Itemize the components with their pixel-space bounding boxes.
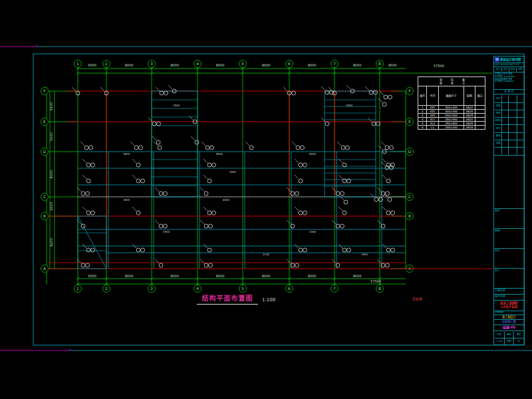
- member-tag-circle: [303, 248, 307, 252]
- sign-table-cell: [509, 95, 517, 102]
- member-tag-circle: [204, 192, 208, 196]
- title-block-header-cell: 设计: [495, 68, 502, 71]
- dim-text: 8000: [353, 63, 362, 67]
- project-name-line: 1#生产车间: [495, 305, 523, 309]
- sign-table-row: 给排水: [495, 118, 523, 125]
- member-tag-circle: [299, 248, 303, 252]
- member-tag-circle: [390, 146, 394, 150]
- member-tag-circle: [159, 263, 163, 267]
- member-tag-circle: [209, 224, 213, 228]
- project-name: 某某工业园区1#生产车间: [494, 301, 524, 311]
- tag-leader: [382, 175, 386, 179]
- tag-leader: [203, 207, 207, 211]
- member-tag-circle: [303, 163, 307, 167]
- member-schedule-table: 梁表柱表备注 编号代号截面尺寸配筋备注 1KZ1400×4004Φ222KZ24…: [418, 76, 485, 130]
- sign-table-cell: 结构: [495, 110, 502, 117]
- schedule-cell: [475, 110, 485, 113]
- tag-leader: [203, 159, 207, 163]
- title-block-header-cell: 证号: [502, 68, 509, 71]
- member-tag-circle: [212, 163, 216, 167]
- grid-bubble-label: 7: [333, 286, 336, 291]
- grid-bubble-label: 7: [333, 61, 336, 66]
- sign-table-cell: [509, 110, 517, 117]
- scale-sheet-cell: 图号: [514, 332, 523, 338]
- sign-table-cell: [495, 148, 502, 154]
- member-tag-circle: [159, 224, 163, 228]
- tag-leader: [155, 188, 159, 192]
- tag-leader: [377, 220, 381, 224]
- member-tag-circle: [299, 163, 303, 167]
- grid-bubble-label: 8: [378, 61, 381, 66]
- scale-sheet-cell: 结施: [505, 338, 515, 344]
- grid-bubble-label: 5: [241, 286, 244, 291]
- tag-leader: [132, 207, 136, 211]
- member-tag-circle: [325, 122, 329, 126]
- tag-leader: [337, 142, 341, 146]
- member-tag-circle: [86, 211, 90, 215]
- member-tag-circle: [342, 248, 346, 252]
- tag-leader: [200, 220, 204, 224]
- member-tag-circle: [136, 163, 140, 167]
- tag-leader: [378, 146, 382, 150]
- sign-table-row: 专业: [495, 95, 523, 102]
- member-tag-circle: [386, 263, 390, 267]
- sign-table-cell: 暖通: [495, 133, 502, 140]
- tag-leader: [82, 207, 86, 211]
- dim-text: 8000: [125, 63, 134, 67]
- member-tag-circle: [303, 211, 307, 215]
- schedule-header-cell: 编号: [418, 86, 427, 105]
- member-tag-circle: [386, 179, 390, 183]
- member-tag-circle: [299, 211, 303, 215]
- schedule-cell: 5: [418, 122, 427, 125]
- member-tag-circle: [204, 224, 208, 228]
- member-tag-circle: [386, 192, 390, 196]
- member-tag-circle: [340, 224, 344, 228]
- member-tag-circle: [156, 140, 160, 144]
- sign-table-cell: 建筑: [495, 103, 502, 110]
- member-tag-circle: [207, 248, 211, 252]
- scale-sheet-row: 1:100结施05: [495, 338, 523, 344]
- dim-text: 5000: [88, 274, 96, 278]
- sign-table-cell: [509, 118, 517, 124]
- tag-leader: [203, 175, 207, 179]
- scale-sheet-cell: 比例: [495, 332, 505, 338]
- reference-note: 见结施: [412, 296, 422, 301]
- tag-leader: [189, 116, 193, 120]
- sign-table-cell: 专业: [495, 95, 502, 102]
- drawing-scale: 1:100: [262, 297, 275, 303]
- schedule-row: 6L1200×4002Φ18: [418, 126, 485, 129]
- member-tag-circle: [382, 102, 386, 106]
- dim-text-left: 5400: [49, 102, 53, 111]
- dim-text: 8000: [170, 274, 179, 278]
- member-tag-circle: [385, 146, 389, 150]
- sign-table-cell: [517, 125, 523, 132]
- inner-dim-text: 1500: [346, 104, 353, 107]
- sign-table-header: 会 签 栏: [494, 90, 524, 94]
- member-tag-circle: [301, 146, 305, 150]
- schedule-cell: KZ1: [427, 106, 438, 109]
- member-tag-circle: [89, 146, 93, 150]
- schedule-header-row: 编号代号截面尺寸配筋备注: [418, 86, 485, 106]
- sign-table-cell: [509, 140, 517, 147]
- sign-table-cell: [502, 95, 509, 102]
- tag-leader: [191, 136, 195, 140]
- member-tag-circle: [388, 198, 392, 201]
- tag-leader: [80, 142, 84, 146]
- approval-label: 审定: [495, 209, 500, 212]
- schedule-cell: 250×500: [439, 118, 464, 121]
- plan-drawing-canvas[interactable]: 1122334455667788FFEEDDCCBBAA500080008000…: [0, 0, 532, 399]
- tag-leader: [72, 87, 76, 91]
- sign-table-cell: [509, 103, 517, 110]
- cad-viewport[interactable]: 1122334455667788FFEEDDCCBBAA500080008000…: [0, 0, 532, 399]
- member-tag-circle: [86, 263, 90, 267]
- tag-leader: [152, 136, 156, 140]
- title-block-header-cells: 设计证号阶段日期: [494, 67, 524, 72]
- grid-bubble-label: 1: [76, 286, 79, 291]
- drawing-title: 结构平面布置图: [197, 293, 258, 305]
- member-tag-circle: [347, 248, 351, 252]
- tag-leader: [200, 188, 204, 192]
- schedule-cell: 4Φ20: [464, 110, 475, 113]
- sign-table-cell: [517, 148, 523, 154]
- grid-bubble-label: 6: [288, 61, 291, 66]
- firm-logo-icon: W: [495, 57, 499, 62]
